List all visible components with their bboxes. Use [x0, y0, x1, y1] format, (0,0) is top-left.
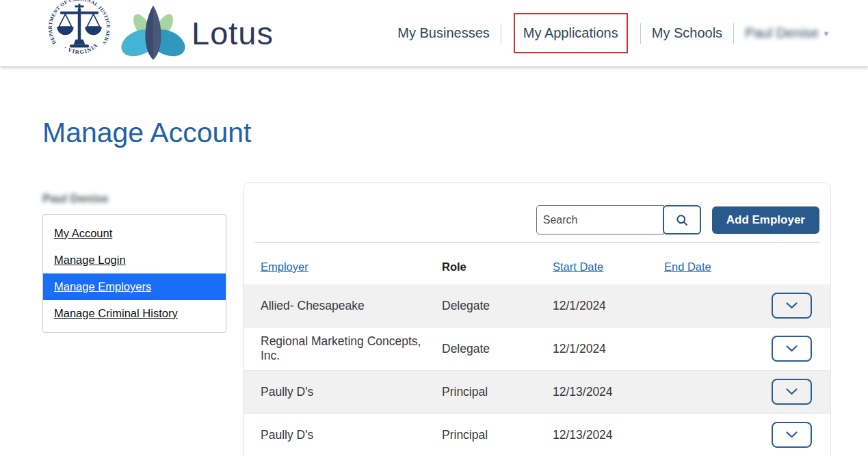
table-row: Paully D's Principal 12/13/2024 — [244, 414, 830, 456]
nav-separator — [501, 23, 501, 44]
cell-employer: Paully D's — [261, 385, 442, 399]
cell-start-date: 12/1/2024 — [553, 342, 664, 356]
nav-item-my-schools[interactable]: My Schools — [652, 25, 722, 41]
sidebar-user-name: Paul Denise — [42, 192, 226, 206]
cell-role: Principal — [442, 385, 553, 399]
sidebar-menu: My Account Manage Login Manage Employers… — [42, 214, 226, 333]
cell-role: Principal — [442, 428, 553, 442]
user-menu[interactable]: Paul Denise ▾ — [745, 25, 828, 41]
nav-item-my-applications[interactable]: My Applications — [523, 25, 618, 40]
cell-employer: Allied- Chesapeake — [261, 299, 442, 313]
employers-panel: Add Employer Employer Role Start Date En… — [243, 182, 831, 456]
lotus-flower-logo — [119, 3, 187, 65]
nav-separator — [640, 23, 641, 44]
cell-start-date: 12/13/2024 — [553, 385, 664, 399]
sidebar-item-my-account[interactable]: My Account — [43, 220, 226, 247]
cell-start-date: 12/13/2024 — [553, 428, 664, 442]
annotation-highlight-box: My Applications — [514, 13, 628, 53]
chevron-down-icon — [786, 345, 798, 352]
nav-separator — [733, 23, 734, 44]
dcjs-seal-logo: DEPARTMENT OF CRIMINAL JUSTICE SERVICES … — [41, 0, 118, 66]
chevron-down-icon — [786, 302, 798, 309]
column-header-role: Role — [442, 260, 553, 273]
table-row: Regional Marketing Concepts, Inc. Delega… — [244, 327, 830, 371]
brand-logo[interactable]: DEPARTMENT OF CRIMINAL JUSTICE SERVICES … — [41, 0, 274, 66]
expand-row-button[interactable] — [772, 336, 812, 362]
cell-role: Delegate — [442, 342, 553, 356]
expand-row-button[interactable] — [772, 379, 812, 405]
add-employer-button[interactable]: Add Employer — [712, 206, 819, 234]
sidebar-item-manage-criminal-history[interactable]: Manage Criminal History — [43, 300, 226, 327]
app-header: DEPARTMENT OF CRIMINAL JUSTICE SERVICES … — [0, 0, 868, 66]
table-row: Allied- Chesapeake Delegate 12/1/2024 — [244, 284, 830, 327]
table-row: Paully D's Principal 12/13/2024 — [244, 371, 830, 414]
cell-role: Delegate — [442, 299, 553, 313]
search-button[interactable] — [663, 205, 701, 234]
sidebar-item-manage-login[interactable]: Manage Login — [43, 247, 226, 273]
column-header-start-date[interactable]: Start Date — [553, 260, 664, 273]
table-header-row: Employer Role Start Date End Date — [244, 243, 830, 284]
chevron-down-icon — [786, 388, 798, 395]
column-header-end-date[interactable]: End Date — [664, 260, 763, 273]
employers-toolbar: Add Employer — [244, 183, 830, 242]
expand-row-button[interactable] — [772, 293, 812, 319]
primary-nav: My Businesses My Applications My Schools… — [397, 13, 828, 53]
chevron-down-icon — [786, 431, 798, 438]
cell-start-date: 12/1/2024 — [553, 299, 664, 313]
expand-row-button[interactable] — [772, 422, 812, 448]
cell-employer: Paully D's — [261, 428, 442, 442]
search-icon — [675, 213, 689, 227]
main-content: Manage Account Paul Denise My Account Ma… — [0, 117, 868, 456]
nav-item-my-businesses[interactable]: My Businesses — [397, 25, 490, 41]
search-input[interactable] — [536, 205, 664, 234]
user-name: Paul Denise — [745, 25, 819, 41]
account-sidebar: Paul Denise My Account Manage Login Mana… — [42, 182, 226, 456]
chevron-down-icon: ▾ — [824, 29, 828, 38]
brand-wordmark: Lotus — [192, 14, 274, 52]
sidebar-item-manage-employers[interactable]: Manage Employers — [43, 273, 226, 300]
column-header-employer[interactable]: Employer — [261, 260, 442, 273]
cell-employer: Regional Marketing Concepts, Inc. — [261, 334, 442, 363]
page-title: Manage Account — [42, 117, 868, 149]
